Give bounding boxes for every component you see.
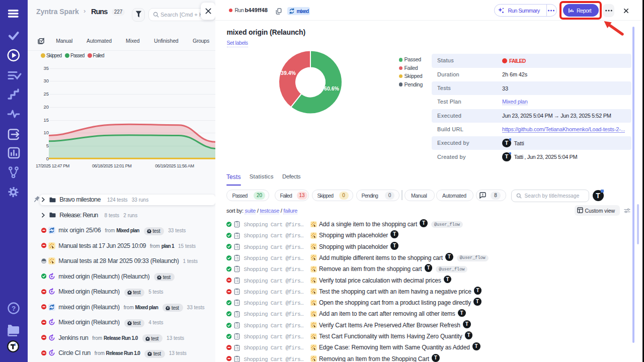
- svg-text:?: ?: [12, 305, 16, 312]
- svg-text:60.6%: 60.6%: [324, 85, 339, 92]
- svg-text:39.4%: 39.4%: [281, 70, 296, 76]
